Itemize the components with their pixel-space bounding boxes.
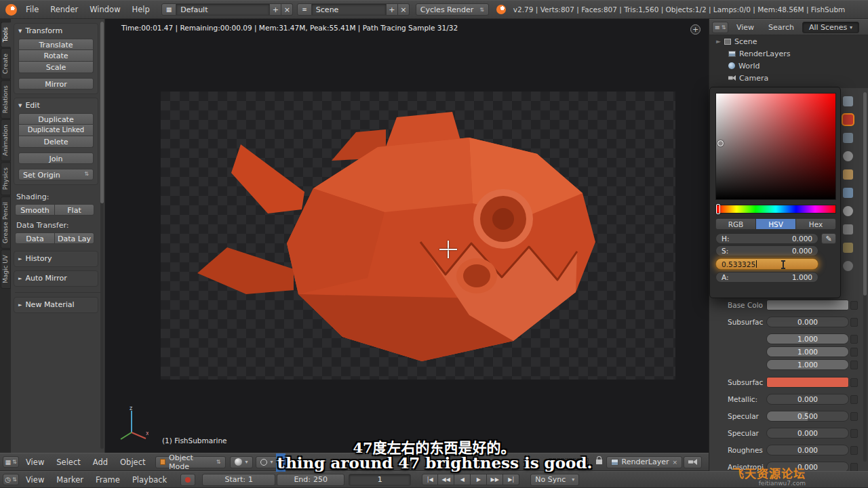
properties-tab-world-icon[interactable] <box>843 151 853 161</box>
fish-submarine-model[interactable] <box>161 92 675 380</box>
specular-slider[interactable]: 0.500 <box>766 411 849 422</box>
decorator-button[interactable] <box>850 395 858 404</box>
screen-layout-name[interactable]: Default <box>176 3 270 16</box>
hue-marker-icon[interactable] <box>716 204 720 214</box>
radius-y-slider[interactable]: 1.000 <box>766 346 849 357</box>
menu-file[interactable]: File <box>20 1 44 18</box>
subsurface-color-swatch[interactable] <box>766 377 849 388</box>
properties-tab-particles-icon[interactable] <box>843 224 853 235</box>
play-reverse-button[interactable]: ◀ <box>454 474 471 485</box>
tab-relations[interactable]: Relations <box>1 80 11 119</box>
metallic-slider[interactable]: 0.000 <box>766 394 849 405</box>
data-transfer-layout-button[interactable]: Data Lay <box>55 232 94 244</box>
tab-rgb[interactable]: RGB <box>715 218 756 230</box>
sync-mode-select[interactable]: No Sync ▾ <box>530 474 579 486</box>
properties-tab-constraints-icon[interactable] <box>843 261 853 271</box>
decorator-button[interactable] <box>850 412 858 421</box>
previous-keyframe-button[interactable]: ◀◀ <box>438 474 454 485</box>
eyedropper-button[interactable]: ✎ <box>821 233 836 244</box>
new-material-panel-header[interactable]: ► New Material <box>14 298 98 311</box>
saturation-slider[interactable]: S: 0.000 <box>715 245 818 256</box>
frame-start-field[interactable]: Start: 1 <box>202 474 275 486</box>
menu-marker[interactable]: Marker <box>51 472 89 487</box>
outliner-row-camera[interactable]: Camera <box>709 72 868 84</box>
outliner-view-menu[interactable]: View <box>730 22 760 33</box>
tab-hex[interactable]: Hex <box>796 218 836 230</box>
rotate-button[interactable]: Rotate <box>18 50 94 62</box>
color-cursor-icon[interactable] <box>717 140 724 146</box>
decorator-button[interactable] <box>850 335 858 344</box>
screen-layout-icon[interactable]: ▦ <box>161 3 177 16</box>
properties-tab-render-icon[interactable] <box>843 96 853 106</box>
outliner-row-scene[interactable]: ► Scene <box>709 35 868 47</box>
scale-button[interactable]: Scale <box>18 62 94 73</box>
jump-to-start-button[interactable]: |◀ <box>422 474 438 485</box>
subsurface-slider[interactable]: 0.000 <box>766 317 849 327</box>
scene-icon[interactable]: ≡ <box>297 3 312 16</box>
scene-name[interactable]: Scene <box>312 3 387 16</box>
properties-tab-material-icon[interactable] <box>843 115 853 125</box>
decorator-button[interactable] <box>850 378 858 387</box>
properties-tab-physics-icon[interactable] <box>843 243 853 253</box>
tab-hsv[interactable]: HSV <box>756 218 796 230</box>
expand-icon[interactable]: ► <box>716 38 721 45</box>
data-transfer-data-button[interactable]: Data <box>15 232 55 244</box>
menu-frame[interactable]: Frame <box>90 472 125 487</box>
properties-region-expand-icon[interactable]: + <box>690 24 701 35</box>
add-scene-button[interactable]: + <box>387 3 398 16</box>
duplicate-button[interactable]: Duplicate <box>18 113 94 125</box>
properties-tab-object-icon[interactable] <box>843 169 853 180</box>
properties-tab-texture-icon[interactable] <box>843 206 853 216</box>
menu-window[interactable]: Window <box>84 1 125 18</box>
tab-magic-uv[interactable]: Magic UV <box>1 249 11 289</box>
delete-layout-button[interactable]: × <box>281 3 293 16</box>
scrollbar-thumb[interactable] <box>100 22 104 203</box>
menu-playback[interactable]: Playback <box>127 472 172 487</box>
tab-create[interactable]: Create <box>1 48 11 79</box>
radius-z-slider[interactable]: 1.000 <box>766 359 849 370</box>
tab-grease-pencil[interactable]: Grease Pencil <box>1 197 11 249</box>
render-engine-select[interactable]: Cycles Render ⇅ <box>416 3 489 16</box>
menu-render[interactable]: Render <box>45 1 83 18</box>
outliner-search-menu[interactable]: Search <box>762 22 800 33</box>
properties-tab-modifiers-icon[interactable] <box>843 188 853 198</box>
menu-help[interactable]: Help <box>127 1 155 18</box>
tab-tools[interactable]: Tools <box>1 22 11 47</box>
join-button[interactable]: Join <box>18 152 94 164</box>
auto-keyframe-button[interactable] <box>180 474 195 486</box>
blender-logo-icon[interactable] <box>5 4 17 16</box>
outliner-row-world[interactable]: World <box>709 60 868 72</box>
set-origin-dropdown[interactable]: Set Origin ⇅ <box>18 169 94 180</box>
value-text-input[interactable]: 0.533325 <box>715 258 818 270</box>
properties-scrollbar[interactable] <box>863 92 867 462</box>
outliner-row-renderlayers[interactable]: RenderLayers <box>709 47 868 60</box>
decorator-button[interactable] <box>850 361 858 369</box>
shade-smooth-button[interactable]: Smooth <box>15 204 55 216</box>
mirror-button[interactable]: Mirror <box>18 78 94 89</box>
edit-panel-header[interactable]: ▼ Edit <box>14 98 98 112</box>
play-button[interactable]: ▶ <box>471 474 487 485</box>
transform-panel-header[interactable]: ▼ Transform <box>14 24 98 37</box>
delete-scene-button[interactable]: × <box>398 3 410 16</box>
tab-animation[interactable]: Animation <box>1 119 11 161</box>
add-layout-button[interactable]: + <box>270 3 281 16</box>
menu-view[interactable]: View <box>20 472 50 487</box>
saturation-value-square[interactable] <box>715 93 836 200</box>
3d-viewport[interactable]: Time:00:01.47 | Remaining:00:00.09 | Mem… <box>105 19 709 453</box>
next-keyframe-button[interactable]: ▶▶ <box>487 474 503 485</box>
jump-to-end-button[interactable]: ▶| <box>503 474 519 485</box>
translate-button[interactable]: Translate <box>18 39 94 50</box>
frame-end-field[interactable]: End: 250 <box>277 474 344 486</box>
base-color-swatch[interactable] <box>766 300 849 310</box>
outliner-display-mode-select[interactable]: All Scenes ▾ <box>802 22 859 33</box>
properties-tab-camera-icon[interactable] <box>843 133 853 143</box>
hue-slider[interactable]: H: 0.000 <box>715 233 818 244</box>
shade-flat-button[interactable]: Flat <box>55 204 94 216</box>
tool-shelf-scrollbar[interactable] <box>100 22 104 449</box>
scrollbar-thumb[interactable] <box>863 92 867 296</box>
duplicate-linked-button[interactable]: Duplicate Linked <box>18 125 94 136</box>
decorator-button[interactable] <box>850 301 858 310</box>
decorator-button[interactable] <box>850 348 858 357</box>
auto-mirror-panel-header[interactable]: ► Auto Mirror <box>14 271 98 285</box>
radius-x-slider[interactable]: 1.000 <box>766 333 849 344</box>
